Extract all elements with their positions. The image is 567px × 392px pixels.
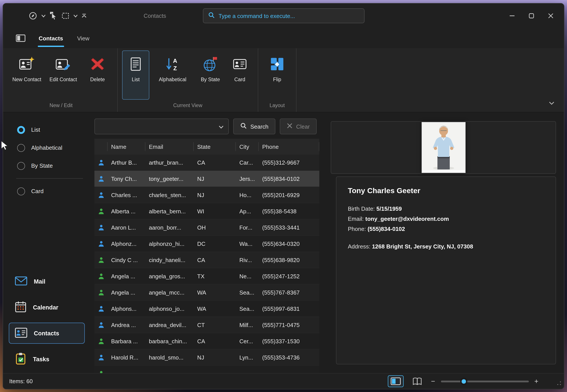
contact-phone: (555)201-6929 xyxy=(259,192,319,198)
new-contact-icon xyxy=(19,55,35,73)
view-option-card[interactable]: Card xyxy=(3,182,89,200)
contact-row[interactable]: Cindy C ... cindy_haneli... CA Riv... (5… xyxy=(94,252,319,268)
split-view-toggle[interactable] xyxy=(388,375,404,387)
contact-state: WI xyxy=(194,208,236,214)
delete-button[interactable]: Delete xyxy=(82,51,113,100)
view-alphabetical-button[interactable]: AZ Alphabetical xyxy=(151,51,195,100)
contact-row[interactable] xyxy=(94,366,319,373)
email-row: Email: tony_geeter@dxvideorent.com xyxy=(348,214,544,224)
contact-city: Jers... xyxy=(236,175,259,182)
field-label: Address: xyxy=(348,243,370,250)
ribbon-collapse-chevron-icon[interactable] xyxy=(549,99,554,107)
person-icon xyxy=(94,207,108,215)
column-header-city[interactable]: City xyxy=(236,139,259,154)
contact-phone: (555)834-0102 xyxy=(259,175,319,182)
zoom-out-button[interactable]: − xyxy=(431,378,435,385)
close-button[interactable] xyxy=(541,8,560,23)
pointer-icon[interactable] xyxy=(50,11,57,20)
items-count: Items: 60 xyxy=(9,378,33,385)
nav-item-contacts[interactable]: Contacts xyxy=(9,323,85,344)
clear-button[interactable]: Clear xyxy=(280,119,317,134)
view-by-state-button[interactable]: By State xyxy=(196,51,225,100)
command-search-box[interactable] xyxy=(203,8,364,23)
tab-label: View xyxy=(77,35,89,42)
view-card-button[interactable]: Card xyxy=(226,51,254,100)
column-header-email[interactable]: Email xyxy=(145,139,194,154)
selection-frame-icon[interactable] xyxy=(61,12,69,20)
contact-row[interactable]: Barbara ... barbara_chin... CA Cer... (5… xyxy=(94,333,319,350)
contact-state: CA xyxy=(194,338,236,344)
ribbon-group-current-view: List AZ Alphabetical By State xyxy=(118,48,258,112)
button-label: Edit Contact xyxy=(49,76,77,83)
contact-state: CT xyxy=(194,322,236,328)
chevron-down-icon[interactable] xyxy=(73,14,78,17)
column-header-phone[interactable]: Phone xyxy=(259,139,319,154)
zoom-in-button[interactable]: + xyxy=(534,378,539,385)
zoom-slider[interactable] xyxy=(441,380,529,382)
contact-row[interactable]: Alphonz... alphonzo_hi... DC Wa... (555)… xyxy=(94,236,319,252)
column-header-icon[interactable] xyxy=(94,139,108,154)
button-label: List xyxy=(132,76,140,83)
contact-name: Arthur B... xyxy=(108,159,145,166)
flip-layout-button[interactable]: Flip xyxy=(263,51,292,100)
card-view-icon xyxy=(232,55,248,73)
chevron-down-icon[interactable] xyxy=(41,14,46,17)
view-list-button[interactable]: List xyxy=(122,51,149,100)
contact-email: cindy_haneli... xyxy=(145,257,194,263)
maximize-button[interactable] xyxy=(522,8,541,23)
contact-state: NJ xyxy=(194,175,236,182)
filter-row: Search Clear xyxy=(94,119,319,134)
view-option-by-state[interactable]: By State xyxy=(3,157,89,175)
column-header-name[interactable]: Name xyxy=(108,139,145,154)
contact-name: Charles ... xyxy=(108,192,145,198)
search-button[interactable]: Search xyxy=(233,119,275,134)
contact-row[interactable]: Charles ... charles_sten... NJ Ho... (55… xyxy=(94,187,319,203)
contact-row[interactable]: Harold R... harold_smo... NJ Lyn... (555… xyxy=(94,350,319,366)
minimize-button[interactable] xyxy=(502,8,522,23)
contact-row[interactable]: Arthur B... arthur_bran... CA Car... (55… xyxy=(94,154,319,171)
tab-contacts[interactable]: Contacts xyxy=(33,28,69,48)
contact-row[interactable]: Andrea ... andrea_devil... CT Milf... (5… xyxy=(94,317,319,333)
sidebar-toggle-icon[interactable] xyxy=(13,31,28,46)
collapse-chevron-icon[interactable] xyxy=(82,14,86,18)
command-input[interactable] xyxy=(218,13,359,19)
address-row: Address: 1268 Bright St, Jersey City, NJ… xyxy=(348,242,544,252)
contact-name: Angela ... xyxy=(108,273,145,280)
nav-item-calendar[interactable]: Calendar xyxy=(9,297,85,318)
book-view-toggle[interactable] xyxy=(410,375,425,387)
radio-icon xyxy=(17,144,25,152)
column-header-state[interactable]: State xyxy=(194,139,236,154)
contact-row[interactable]: Angela ... angela_gros... TX Ne... (555)… xyxy=(94,268,319,284)
titlebar-quick-icons xyxy=(28,11,86,20)
contact-city: Wa... xyxy=(236,240,259,247)
edit-contact-button[interactable]: Edit Contact xyxy=(46,51,81,100)
new-contact-button[interactable]: New Contact xyxy=(9,51,44,100)
contact-email: harold_smo... xyxy=(145,354,194,361)
mail-icon xyxy=(14,275,28,287)
view-option-list[interactable]: List xyxy=(3,121,89,139)
delete-icon xyxy=(90,55,105,73)
tab-view[interactable]: View xyxy=(71,28,95,48)
book-view-icon xyxy=(412,377,423,386)
filter-combobox[interactable] xyxy=(94,119,229,134)
button-label: New Contact xyxy=(12,76,41,83)
contact-row[interactable]: Aaron L... aaron_borr... OH For... (555)… xyxy=(94,220,319,236)
ribbon-group-new-edit: New Contact Edit Contact Delete xyxy=(5,48,118,112)
nav-item-label: Mail xyxy=(34,278,45,285)
contact-phone: (555)634-0320 xyxy=(259,240,319,247)
contact-full-name: Tony Charles Geeter xyxy=(348,187,544,195)
contact-row[interactable]: Tony Ch... tony_geeter... NJ Jers... (55… xyxy=(94,171,319,187)
clear-x-icon xyxy=(287,123,293,130)
contact-row[interactable]: Angela ... angela_mcc... WA Sea... (555)… xyxy=(94,284,319,301)
resize-grip[interactable] xyxy=(556,381,561,387)
statusbar: Items: 60 − + xyxy=(3,373,564,389)
zoom-slider-thumb[interactable] xyxy=(460,378,467,384)
contact-phone: (555)771-0475 xyxy=(259,322,319,328)
contact-row[interactable]: Alberta ... alberta_bern... WI Ap... (55… xyxy=(94,203,319,220)
compass-icon[interactable] xyxy=(28,11,37,20)
contact-row[interactable]: Alphons... alphonso_jo... WA Sea... (555… xyxy=(94,301,319,317)
nav-item-mail[interactable]: Mail xyxy=(9,271,85,292)
nav-item-tasks[interactable]: Tasks xyxy=(9,349,85,370)
view-option-alphabetical[interactable]: Alphabetical xyxy=(3,139,89,157)
contact-email: angela_mcc... xyxy=(145,289,194,296)
